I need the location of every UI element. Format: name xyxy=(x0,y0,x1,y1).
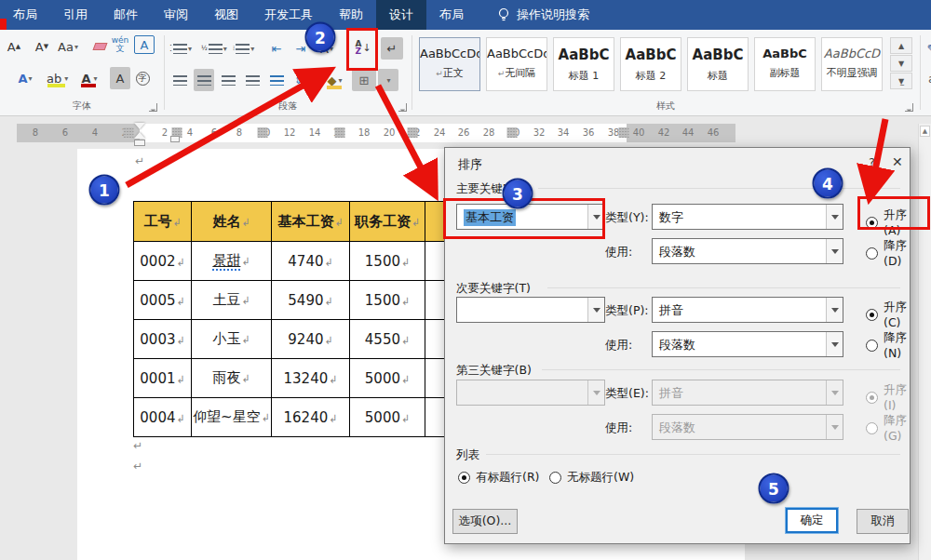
left-indent-marker[interactable] xyxy=(134,140,145,146)
primary-type-combo[interactable]: 数字 xyxy=(652,204,843,230)
editing-group-partial-icon[interactable]: ✎ xyxy=(922,37,931,60)
options-button[interactable]: 选项(O)... xyxy=(452,509,518,534)
table-column-marker[interactable] xyxy=(258,127,268,138)
editing-group-partial-icon2[interactable]: a xyxy=(922,67,931,89)
cell-base-salary[interactable]: 13240↲ xyxy=(272,359,350,398)
table-column-marker[interactable] xyxy=(408,127,418,138)
styles-dialog-launcher[interactable] xyxy=(905,103,913,112)
show-hide-marks-button[interactable]: ↵ xyxy=(381,37,403,60)
primary-descending-radio[interactable]: 降序(D) xyxy=(866,238,910,268)
secondary-key-combo[interactable] xyxy=(456,297,605,323)
shading-fill-button[interactable]: ◆▾ xyxy=(324,69,344,91)
multilevel-list-button[interactable]: ⁝▾ xyxy=(233,37,254,60)
change-case-button[interactable]: Aa▾ xyxy=(58,35,78,58)
align-left-button[interactable] xyxy=(169,69,190,91)
chevron-down-icon[interactable] xyxy=(826,205,843,229)
bullets-button[interactable]: ⁚▾ xyxy=(169,37,192,60)
numbering-button[interactable]: ½▾ xyxy=(201,37,227,60)
character-shading-button[interactable]: A xyxy=(110,67,130,89)
table-column-marker[interactable] xyxy=(507,127,518,138)
text-effects-button[interactable]: A▾ xyxy=(15,67,35,89)
header-cell[interactable]: 职务工资↲ xyxy=(350,202,425,242)
header-row-radio[interactable]: 有标题行(R) xyxy=(458,470,539,486)
cell-id[interactable]: 0003↲ xyxy=(134,320,192,359)
cell-id[interactable]: 0004↲ xyxy=(134,398,192,437)
header-cell[interactable]: 工号↲ xyxy=(134,202,192,242)
tab-layout-2[interactable]: 布局 xyxy=(426,0,477,30)
vertical-scrollbar[interactable]: ▲ xyxy=(918,124,931,560)
distribute-button[interactable] xyxy=(266,69,287,91)
cell-id[interactable]: 0002↲ xyxy=(134,242,192,281)
header-cell[interactable]: 基本工资↲ xyxy=(272,202,350,242)
scrollbar-up-button[interactable]: ▲ xyxy=(920,126,930,137)
font-color-button[interactable]: A▾ xyxy=(78,67,99,89)
chevron-down-icon[interactable] xyxy=(826,239,843,263)
chevron-down-icon[interactable] xyxy=(587,298,604,322)
cell-duty-salary[interactable]: 1500↲ xyxy=(350,242,425,281)
cell-id[interactable]: 0001↲ xyxy=(134,359,192,398)
decrease-indent-button[interactable]: ⇤ xyxy=(266,37,287,60)
text-highlight-button[interactable]: ab▾ xyxy=(45,67,68,89)
styles-scroll-down[interactable]: ▼ xyxy=(890,55,912,72)
tab-references[interactable]: 引用 xyxy=(50,0,101,30)
secondary-ascending-radio[interactable]: 升序(C) xyxy=(866,300,910,329)
cell-id[interactable]: 0005↲ xyxy=(134,281,192,320)
paragraph-dialog-launcher[interactable] xyxy=(398,103,407,112)
tab-mailings[interactable]: 邮件 xyxy=(101,0,151,30)
cell-duty-salary[interactable]: 1500↲ xyxy=(350,281,425,320)
tab-view[interactable]: 视图 xyxy=(201,0,251,30)
cell-base-salary[interactable]: 4740↲ xyxy=(272,242,350,281)
tab-design-active[interactable]: 设计 xyxy=(376,0,426,30)
cell-name[interactable]: 仰望~星空↲ xyxy=(192,398,272,437)
clear-formatting-button[interactable] xyxy=(89,35,110,58)
justify-button[interactable] xyxy=(242,69,263,91)
cell-base-salary[interactable]: 16240↲ xyxy=(272,398,350,437)
table-column-marker[interactable] xyxy=(335,127,345,138)
tab-layout-1[interactable]: 布局 xyxy=(0,0,50,30)
font-dialog-launcher[interactable] xyxy=(149,103,157,112)
style-card-heading2[interactable]: AaBbC 标题 2 xyxy=(620,37,681,91)
character-border-button[interactable]: A xyxy=(134,35,155,54)
style-card-subtle-emphasis[interactable]: AaBbCcD 不明显强调 xyxy=(821,37,883,91)
tell-me-search[interactable]: 操作说明搜索 xyxy=(488,0,599,30)
shrink-font-button[interactable]: A▼ xyxy=(32,35,52,58)
primary-use-combo[interactable]: 段落数 xyxy=(652,238,843,264)
cell-duty-salary[interactable]: 4550↲ xyxy=(350,320,425,359)
no-header-row-radio[interactable]: 无标题行(W) xyxy=(549,470,634,486)
header-cell[interactable]: 姓名↲ xyxy=(192,202,272,242)
cell-name[interactable]: 景甜↲ xyxy=(192,242,272,281)
chevron-down-icon[interactable] xyxy=(826,298,843,322)
secondary-type-combo[interactable]: 拼音 xyxy=(652,297,843,323)
align-right-button[interactable] xyxy=(218,69,238,91)
cell-name[interactable]: 小玉↲ xyxy=(192,320,272,359)
cell-name[interactable]: 雨夜↲ xyxy=(192,359,272,398)
chevron-down-icon[interactable] xyxy=(826,332,843,356)
ok-button[interactable]: 确定 xyxy=(786,508,838,533)
hanging-indent-marker[interactable] xyxy=(134,132,145,139)
style-card-title[interactable]: AaBbC 标题 xyxy=(687,37,749,91)
dialog-help-button[interactable]: ? xyxy=(869,155,875,169)
cancel-button[interactable]: 取消 xyxy=(857,509,909,534)
style-card-no-spacing[interactable]: AaBbCcDd ↵无间隔 xyxy=(486,37,547,91)
borders-arrow-button[interactable]: ▾ xyxy=(378,69,398,91)
table-column-marker[interactable] xyxy=(619,127,629,138)
dialog-close-button[interactable]: ✕ xyxy=(892,154,903,169)
grow-font-button[interactable]: A▲ xyxy=(4,35,24,58)
styles-more-button[interactable]: ▼̲ xyxy=(890,73,912,89)
style-card-heading1[interactable]: AaBbC 标题 1 xyxy=(553,37,614,91)
styles-scroll-up[interactable]: ▲ xyxy=(890,37,912,54)
cell-base-salary[interactable]: 9240↲ xyxy=(272,320,350,359)
table-column-marker[interactable] xyxy=(124,127,134,138)
cell-base-salary[interactable]: 5490↲ xyxy=(272,281,350,320)
style-card-normal[interactable]: AaBbCcDd ↵正文 xyxy=(419,37,480,91)
indent-marker-secondary[interactable] xyxy=(170,136,180,142)
enclose-characters-button[interactable]: 字 xyxy=(132,67,153,89)
first-line-indent-marker[interactable] xyxy=(134,123,145,129)
style-card-subtitle[interactable]: AaBbC 副标题 xyxy=(754,37,816,91)
cell-duty-salary[interactable]: 5000↲ xyxy=(350,359,425,398)
tab-review[interactable]: 审阅 xyxy=(151,0,201,30)
phonetic-guide-button[interactable]: wén文 xyxy=(110,33,130,56)
align-center-button[interactable] xyxy=(194,69,214,91)
cell-name[interactable]: 土豆↲ xyxy=(192,281,272,320)
tab-help[interactable]: 帮助 xyxy=(326,0,376,30)
